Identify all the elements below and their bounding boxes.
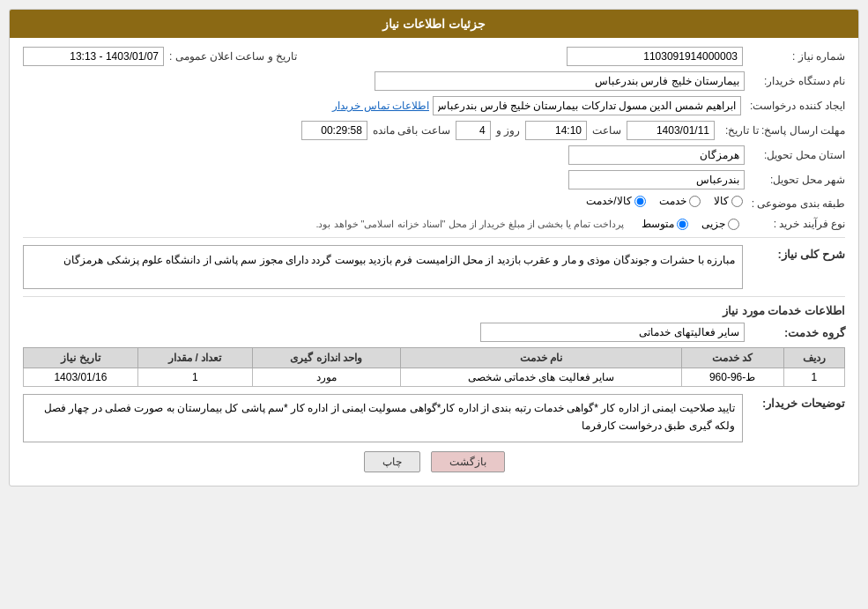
city-row: شهر محل تحویل: xyxy=(23,170,845,189)
buyer-desc-row: توضیحات خریدار: تایید صلاحیت ایمنی از اد… xyxy=(23,394,845,442)
announce-date-input[interactable] xyxy=(23,47,164,66)
response-date-label: مهلت ارسال پاسخ: تا تاریخ: xyxy=(720,124,845,137)
need-desc-section: شرح کلی نیاز: مبارزه با حشرات و جوندگان … xyxy=(23,245,845,289)
category-radio-both[interactable] xyxy=(634,196,646,207)
buyer-desc-box: تایید صلاحیت ایمنی از اداره کار *گواهی خ… xyxy=(23,394,743,442)
announce-date-group: تاریخ و ساعت اعلان عمومی : xyxy=(23,47,297,66)
province-row: استان محل تحویل: xyxy=(23,145,845,165)
category-label-khedmat: خدمت xyxy=(659,195,686,207)
category-label: طبقه بندی موضوعی : xyxy=(746,197,845,210)
need-desc-label: شرح کلی نیاز: xyxy=(748,245,845,261)
remaining-label: ساعت باقی مانده xyxy=(373,124,450,137)
cell-unit: مورد xyxy=(252,368,400,387)
response-time-label: ساعت xyxy=(592,124,621,137)
need-number-label: شماره نیاز : xyxy=(748,50,845,63)
need-desc-box: مبارزه با حشرات و جوندگان موذی و مار و ع… xyxy=(23,245,743,289)
service-group-row: گروه خدمت: xyxy=(23,323,845,342)
cell-code: ط-96-960 xyxy=(681,368,783,387)
page-title: جزئیات اطلاعات نیاز xyxy=(382,17,486,31)
category-label-kala: کالا xyxy=(714,195,729,207)
buyer-org-input[interactable] xyxy=(375,71,745,91)
province-label: استان محل تحویل: xyxy=(748,149,845,161)
buyer-org-label: نام دستگاه خریدار: xyxy=(748,75,845,87)
table-header-row: ردیف کد خدمت نام خدمت واحد اندازه گیری ت… xyxy=(24,348,845,368)
table-row: 1 ط-96-960 سایر فعالیت های خدماتی شخصی م… xyxy=(24,368,845,387)
service-group-input[interactable] xyxy=(480,323,745,342)
page-wrapper: جزئیات اطلاعات نیاز شماره نیاز : تاریخ و… xyxy=(0,0,868,609)
col-name: نام خدمت xyxy=(400,348,681,368)
col-row-num: ردیف xyxy=(783,348,844,368)
days-input[interactable] xyxy=(456,121,491,140)
divider-1 xyxy=(23,237,845,238)
need-type-label: نوع فرآیند خرید : xyxy=(748,218,845,230)
need-type-radio-group: جزیی متوسط xyxy=(642,218,739,230)
need-type-row: نوع فرآیند خرید : جزیی متوسط پرداخت تمام… xyxy=(23,218,845,230)
category-option-khedmat[interactable]: خدمت xyxy=(659,195,701,207)
table-header: ردیف کد خدمت نام خدمت واحد اندازه گیری ت… xyxy=(24,348,845,368)
need-type-option-jozei[interactable]: جزیی xyxy=(701,218,739,230)
response-date-row: مهلت ارسال پاسخ: تا تاریخ: ساعت روز و سا… xyxy=(23,121,845,140)
response-time-input[interactable] xyxy=(525,121,587,140)
category-radio-khedmat[interactable] xyxy=(689,196,701,207)
table-body: 1 ط-96-960 سایر فعالیت های خدماتی شخصی م… xyxy=(24,368,845,387)
col-qty: تعداد / مقدار xyxy=(137,348,252,368)
divider-2 xyxy=(23,296,845,297)
service-info-title: اطلاعات خدمات مورد نیاز xyxy=(23,304,845,317)
category-row: طبقه بندی موضوعی : کالا خدمت کالا/خدمت xyxy=(23,195,845,212)
category-radio-kala[interactable] xyxy=(731,196,743,207)
col-code: کد خدمت xyxy=(681,348,783,368)
buyer-desc-label: توضیحات خریدار: xyxy=(748,394,845,410)
need-number-group: شماره نیاز : xyxy=(567,47,845,66)
buyer-org-row: نام دستگاه خریدار: xyxy=(23,71,845,91)
cell-qty: 1 xyxy=(137,368,252,387)
need-type-option-motevaset[interactable]: متوسط xyxy=(642,218,688,230)
province-input[interactable] xyxy=(568,145,745,165)
creator-input[interactable] xyxy=(433,96,741,115)
need-type-note: پرداخت تمام یا بخشی از مبلغ خریدار از مح… xyxy=(315,219,624,230)
need-type-radio-motevaset[interactable] xyxy=(677,219,688,230)
need-type-label-motevaset: متوسط xyxy=(642,218,674,230)
back-button[interactable]: بازگشت xyxy=(431,451,505,472)
cell-date: 1403/01/16 xyxy=(24,368,138,387)
button-row: بازگشت چاپ xyxy=(23,451,845,472)
response-date-input[interactable] xyxy=(627,121,715,140)
main-card: جزئیات اطلاعات نیاز شماره نیاز : تاریخ و… xyxy=(9,9,859,486)
col-unit: واحد اندازه گیری xyxy=(252,348,400,368)
top-info-row: شماره نیاز : تاریخ و ساعت اعلان عمومی : xyxy=(23,47,845,66)
cell-row-num: 1 xyxy=(783,368,844,387)
col-date: تاریخ نیاز xyxy=(24,348,138,368)
category-option-both[interactable]: کالا/خدمت xyxy=(586,195,645,207)
service-group-label: گروه خدمت: xyxy=(748,326,845,339)
creator-label: ایجاد کننده درخواست: xyxy=(745,100,845,112)
need-type-radio-jozei[interactable] xyxy=(728,219,739,230)
category-radio-group: کالا خدمت کالا/خدمت xyxy=(586,195,742,207)
city-input[interactable] xyxy=(568,170,745,189)
creator-row: ایجاد کننده درخواست: اطلاعات تماس خریدار xyxy=(23,96,845,115)
announce-label: تاریخ و ساعت اعلان عمومی : xyxy=(169,50,297,63)
city-label: شهر محل تحویل: xyxy=(748,174,845,186)
cell-name: سایر فعالیت های خدماتی شخصی xyxy=(400,368,681,387)
category-label-both: کالا/خدمت xyxy=(586,195,631,207)
days-label: روز و xyxy=(496,124,520,137)
print-button[interactable]: چاپ xyxy=(364,451,420,472)
need-number-input[interactable] xyxy=(567,47,743,66)
services-table: ردیف کد خدمت نام خدمت واحد اندازه گیری ت… xyxy=(23,347,845,387)
contact-link[interactable]: اطلاعات تماس خریدار xyxy=(332,100,429,112)
category-option-kala[interactable]: کالا xyxy=(714,195,743,207)
need-type-label-jozei: جزیی xyxy=(701,218,725,230)
card-header: جزئیات اطلاعات نیاز xyxy=(10,10,858,38)
remaining-time-input[interactable] xyxy=(301,121,367,140)
card-body: شماره نیاز : تاریخ و ساعت اعلان عمومی : … xyxy=(10,38,858,486)
